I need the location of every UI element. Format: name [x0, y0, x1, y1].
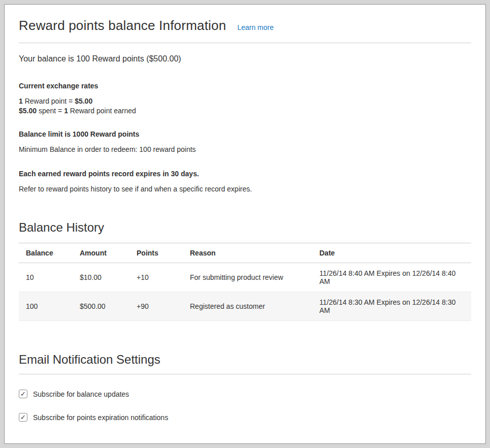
balance-updates-row[interactable]: ✓ Subscribe for balance updates [19, 390, 471, 398]
cell-reason: For submitting product review [184, 263, 313, 292]
learn-more-link[interactable]: Learn more [237, 23, 274, 31]
cell-amount: $500.00 [74, 292, 130, 321]
cell-balance: 10 [19, 263, 74, 292]
page-title: Reward points balance Information [19, 18, 226, 34]
rate2-value: $5.00 [19, 107, 37, 115]
balance-history-table-head: Balance Amount Points Reason Date [19, 243, 471, 263]
rate1-text: Reward point = [23, 97, 75, 105]
cell-date: 11/26/14 8:30 AM Expires on 12/26/14 8:3… [313, 292, 471, 321]
email-settings-header: Email Notification Settings [19, 353, 471, 374]
balance-history-title: Balance History [19, 220, 471, 235]
rate2-text: spent = [37, 107, 64, 115]
column-header-date: Date [313, 243, 471, 263]
reward-points-panel: Reward points balance Information Learn … [4, 4, 486, 444]
checkmark-icon: ✓ [20, 414, 26, 421]
column-header-amount: Amount [74, 243, 130, 263]
balance-limit-heading: Balance limit is 1000 Reward points [19, 130, 471, 138]
cell-balance: 100 [19, 292, 74, 321]
exchange-rate-line-1: 1 Reward point = $5.00 [19, 97, 471, 106]
expiration-notifications-checkbox[interactable]: ✓ [19, 413, 27, 422]
expiration-notifications-label[interactable]: Subscribe for points expiration notifica… [33, 413, 168, 422]
expiration-notifications-row[interactable]: ✓ Subscribe for points expiration notifi… [19, 413, 471, 422]
email-settings-title: Email Notification Settings [19, 353, 471, 367]
cell-reason: Registered as customer [184, 292, 313, 321]
balance-summary: Your balance is 100 Reward points ($500.… [19, 54, 471, 63]
expiration-note: Refer to reward points history to see if… [19, 184, 471, 194]
rate2-qty: 1 [64, 107, 68, 115]
rate1-value: $5.00 [75, 97, 92, 105]
rate1-qty: 1 [19, 97, 23, 105]
checkmark-icon: ✓ [20, 391, 26, 397]
page-background: Reward points balance Information Learn … [0, 0, 490, 448]
cell-date: 11/26/14 8:40 AM Expires on 12/26/14 8:4… [313, 263, 471, 292]
exchange-rates-heading: Current exchange rates [19, 82, 471, 90]
table-row: 10 $10.00 +10 For submitting product rev… [19, 263, 471, 292]
table-header-row: Balance Amount Points Reason Date [19, 243, 471, 263]
column-header-reason: Reason [184, 243, 313, 263]
cell-amount: $10.00 [74, 263, 130, 292]
expiration-heading: Each earned reward points record expires… [19, 170, 471, 178]
page-header: Reward points balance Information Learn … [19, 15, 471, 43]
cell-points: +90 [130, 292, 184, 321]
column-header-balance: Balance [19, 243, 74, 263]
balance-history-table: Balance Amount Points Reason Date 10 $10… [19, 243, 471, 321]
balance-updates-checkbox[interactable]: ✓ [19, 390, 27, 398]
column-header-points: Points [130, 243, 184, 263]
table-row: 100 $500.00 +90 Registered as customer 1… [19, 292, 471, 321]
rate2-tail: Reward point earned [68, 107, 136, 115]
balance-history-table-body: 10 $10.00 +10 For submitting product rev… [19, 263, 471, 321]
balance-updates-label[interactable]: Subscribe for balance updates [33, 390, 129, 398]
exchange-rate-line-2: $5.00 spent = 1 Reward point earned [19, 106, 471, 116]
cell-points: +10 [130, 263, 184, 292]
min-balance-note: Minimum Balance in order to redeem: 100 … [19, 145, 471, 154]
